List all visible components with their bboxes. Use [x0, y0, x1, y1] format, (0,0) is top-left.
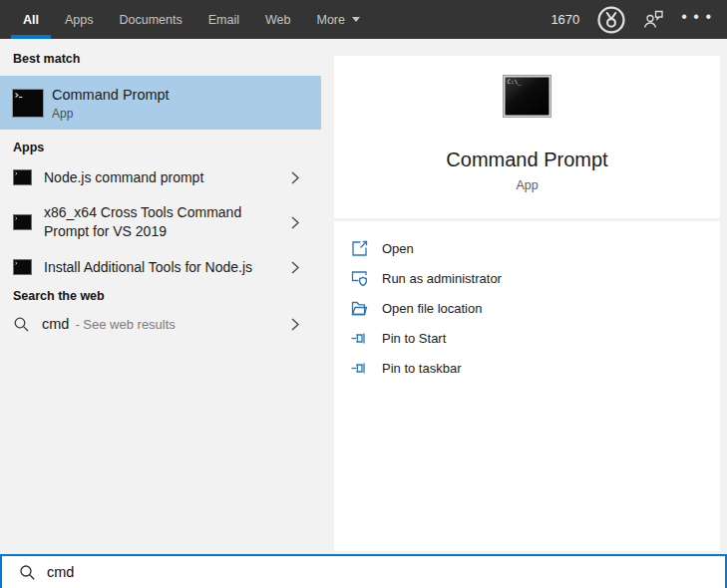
- more-options-icon[interactable]: • • •: [681, 9, 712, 31]
- filter-tabs: All Apps Documents Email Web More: [0, 0, 372, 39]
- terminal-app-icon: [13, 169, 32, 185]
- web-results-hint: - See web results: [75, 315, 175, 334]
- action-label: Pin to taskbar: [382, 361, 462, 376]
- apps-header: Apps: [0, 141, 321, 154]
- search-input[interactable]: [47, 556, 725, 588]
- chevron-right-icon[interactable]: [288, 260, 301, 275]
- action-pin-to-start[interactable]: Pin to Start: [334, 323, 720, 353]
- windows-search-flyout: All Apps Documents Email Web More 1670: [0, 0, 727, 588]
- action-run-as-administrator[interactable]: Run as administrator: [334, 263, 720, 293]
- tab-documents-label: Documents: [119, 13, 182, 27]
- best-match-header: Best match: [0, 52, 321, 66]
- open-window-icon: [351, 240, 368, 257]
- action-open[interactable]: Open: [334, 233, 720, 263]
- tab-documents[interactable]: Documents: [107, 0, 193, 39]
- tab-apps-label: Apps: [65, 13, 94, 27]
- rewards-points: 1670: [550, 12, 579, 27]
- chevron-down-icon: [352, 17, 360, 22]
- result-label: x86_x64 Cross Tools Command Prompt for V…: [44, 203, 268, 241]
- action-pin-to-taskbar[interactable]: Pin to taskbar: [334, 353, 720, 383]
- tab-more[interactable]: More: [304, 0, 371, 39]
- chevron-right-icon[interactable]: [288, 215, 301, 230]
- header-actions: 1670 • • •: [550, 0, 727, 39]
- result-install-additional-tools[interactable]: Install Additional Tools for Node.js: [0, 252, 321, 282]
- feedback-person-icon[interactable]: [643, 10, 664, 29]
- tab-web[interactable]: Web: [253, 0, 302, 39]
- chevron-right-icon[interactable]: [288, 170, 301, 185]
- tab-email-label: Email: [208, 13, 239, 27]
- preview-title: Command Prompt: [446, 148, 607, 171]
- result-x86-x64-cross-tools[interactable]: x86_x64 Cross Tools Command Prompt for V…: [0, 200, 321, 244]
- folder-icon: [351, 300, 368, 317]
- tab-email[interactable]: Email: [196, 0, 251, 39]
- actions-card: Open Run as administrator Open file loca…: [334, 221, 720, 551]
- result-label: Install Additional Tools for Node.js: [44, 258, 252, 277]
- tab-more-label: More: [316, 13, 344, 27]
- taskbar-search-box[interactable]: [0, 554, 727, 588]
- preview-subtitle: App: [516, 178, 538, 192]
- search-web-header: Search the web: [0, 289, 321, 303]
- rewards-medal-icon[interactable]: [596, 5, 626, 35]
- command-prompt-large-icon: C:\_: [503, 75, 551, 122]
- terminal-app-icon: [13, 214, 32, 230]
- action-label: Open: [382, 241, 414, 256]
- result-label: Node.js command prompt: [44, 168, 203, 187]
- terminal-app-icon: [13, 259, 32, 275]
- result-web-search[interactable]: cmd - See web results: [0, 309, 321, 339]
- icon-prompt-text: C:\_: [508, 78, 523, 86]
- tab-apps[interactable]: Apps: [53, 0, 106, 39]
- action-label: Run as administrator: [382, 271, 502, 286]
- chevron-right-icon[interactable]: [288, 317, 301, 332]
- tab-all[interactable]: All: [11, 0, 51, 39]
- pin-icon: [351, 330, 368, 347]
- action-label: Pin to Start: [382, 331, 446, 346]
- web-query: cmd: [42, 315, 69, 334]
- search-icon: [13, 316, 30, 333]
- results-panel: Best match Command Prompt App Apps Node.…: [0, 39, 321, 554]
- best-match-subtitle: App: [52, 107, 170, 121]
- shield-window-icon: [351, 270, 368, 287]
- pin-icon: [351, 360, 368, 377]
- best-match-title: Command Prompt: [52, 86, 170, 104]
- action-open-file-location[interactable]: Open file location: [334, 293, 720, 323]
- best-match-result[interactable]: Command Prompt App: [0, 76, 321, 130]
- command-prompt-icon: [12, 89, 44, 118]
- search-icon: [19, 564, 36, 581]
- preview-card: C:\_ Command Prompt App: [334, 56, 720, 218]
- search-header-bar: All Apps Documents Email Web More 1670: [0, 0, 727, 39]
- tab-web-label: Web: [265, 13, 290, 27]
- web-query-label: cmd - See web results: [42, 315, 176, 334]
- tab-all-label: All: [23, 13, 39, 27]
- result-nodejs-command-prompt[interactable]: Node.js command prompt: [0, 162, 321, 192]
- action-label: Open file location: [382, 301, 482, 316]
